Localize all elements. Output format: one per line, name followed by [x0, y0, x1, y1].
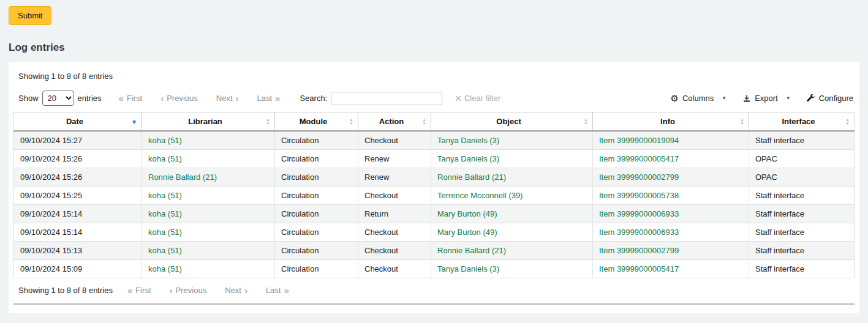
cell-date: 09/10/2024 15:14 [14, 223, 142, 242]
cell-module: Circulation [275, 223, 358, 242]
cell-link[interactable]: Mary Burton (49) [437, 228, 497, 237]
pagination-previous-button[interactable]: ‹ Previous [160, 94, 198, 103]
cell-interface: Staff interface [749, 187, 855, 205]
search-control: Search: [300, 92, 442, 105]
cell-link[interactable]: Item 39999000006933 [599, 209, 679, 218]
cell-date: 09/10/2024 15:27 [14, 131, 142, 150]
cell-date: 09/10/2024 15:25 [14, 187, 142, 205]
cell-interface: OPAC [749, 168, 855, 187]
cell-link[interactable]: koha (51) [148, 228, 182, 237]
cell-link[interactable]: koha (51) [148, 154, 182, 163]
submit-button[interactable]: Submit [9, 6, 51, 25]
column-header-librarian[interactable]: Librarian▲▼ [142, 113, 275, 132]
cell-link[interactable]: Ronnie Ballard (21) [437, 246, 506, 255]
column-header-interface[interactable]: Interface▲▼ [749, 113, 855, 132]
cell-date: 09/10/2024 15:26 [14, 150, 142, 168]
column-header-action[interactable]: Action▲▼ [358, 113, 431, 132]
cell-info: Item 39999000019094 [593, 131, 749, 150]
column-header-info[interactable]: Info▲▼ [593, 113, 749, 132]
table-row: 09/10/2024 15:14koha (51)CirculationRetu… [14, 205, 855, 223]
cell-link[interactable]: Terrence Mcconnell (39) [437, 191, 523, 200]
cell-link[interactable]: Item 39999000006933 [599, 228, 679, 237]
cell-module: Circulation [275, 168, 358, 187]
cell-link[interactable]: Ronnie Ballard (21) [148, 173, 217, 182]
cell-link[interactable]: Ronnie Ballard (21) [437, 173, 506, 182]
download-icon [742, 94, 751, 103]
cell-interface: Staff interface [749, 223, 855, 242]
cell-librarian: koha (51) [142, 187, 275, 205]
cell-object: Tanya Daniels (3) [431, 260, 593, 278]
chevron-right-icon: › [236, 94, 239, 103]
cell-interface: Staff interface [749, 260, 855, 278]
cell-object: Ronnie Ballard (21) [431, 242, 593, 260]
pagination-first-button[interactable]: « First [119, 94, 143, 103]
cell-module: Circulation [275, 242, 358, 260]
cell-link[interactable]: Item 39999000005417 [599, 264, 679, 273]
cell-link[interactable]: Item 39999000002799 [599, 173, 679, 182]
cell-link[interactable]: Tanya Daniels (3) [437, 264, 499, 273]
cell-link[interactable]: Item 39999000005738 [599, 191, 679, 200]
cell-object: Mary Burton (49) [431, 205, 593, 223]
chevron-double-right-icon: » [284, 286, 289, 295]
search-input[interactable] [331, 92, 442, 105]
cell-link[interactable]: koha (51) [148, 191, 182, 200]
cell-link[interactable]: Item 39999000005417 [599, 154, 679, 163]
clear-filter-button[interactable]: ✕ Clear filter [455, 94, 500, 103]
pagination-first-label: First [127, 94, 142, 103]
cell-link[interactable]: Tanya Daniels (3) [437, 136, 499, 145]
cell-info: Item 39999000002799 [593, 242, 749, 260]
cell-link[interactable]: koha (51) [148, 209, 182, 218]
sort-neutral-icon: ▲▼ [740, 118, 744, 125]
table-footer: Showing 1 to 8 of 8 entries « First ‹ Pr… [13, 278, 855, 299]
cell-interface: Staff interface [749, 131, 855, 150]
chevron-left-icon: ‹ [160, 94, 164, 103]
cell-action: Checkout [358, 242, 431, 260]
table-row: 09/10/2024 15:25koha (51)CirculationChec… [14, 187, 855, 205]
cell-link[interactable]: Mary Burton (49) [437, 209, 497, 218]
cell-link[interactable]: Item 39999000019094 [599, 136, 679, 145]
table-row: 09/10/2024 15:13koha (51)CirculationChec… [14, 242, 855, 260]
sort-neutral-icon: ▲▼ [422, 118, 426, 125]
cell-link[interactable]: koha (51) [148, 264, 182, 273]
showing-entries-text: Showing 1 to 8 of 8 entries [18, 72, 855, 81]
column-header-module[interactable]: Module▲▼ [275, 113, 358, 132]
pagination-next-button[interactable]: Next › [225, 286, 247, 295]
cell-interface: OPAC [749, 150, 855, 168]
pagination-first-button[interactable]: « First [127, 286, 151, 295]
chevron-double-right-icon: » [275, 94, 280, 103]
page-length-select[interactable]: 20 [42, 91, 74, 106]
cell-interface: Staff interface [749, 205, 855, 223]
cell-link[interactable]: koha (51) [148, 136, 182, 145]
cell-link[interactable]: koha (51) [148, 246, 182, 255]
cell-info: Item 39999000005417 [593, 150, 749, 168]
sort-neutral-icon: ▲▼ [845, 118, 850, 125]
cell-link[interactable]: Item 39999000002799 [599, 246, 679, 255]
export-button[interactable]: Export ▼ [742, 94, 791, 103]
pagination-last-button[interactable]: Last » [257, 94, 281, 103]
configure-label: Configure [819, 94, 853, 103]
column-header-object[interactable]: Object▲▼ [431, 113, 593, 132]
cell-object: Mary Burton (49) [431, 223, 593, 242]
cell-link[interactable]: Tanya Daniels (3) [437, 154, 499, 163]
cell-action: Checkout [358, 131, 431, 150]
table-row: 09/10/2024 15:09koha (51)CirculationChec… [14, 260, 855, 278]
cell-module: Circulation [275, 150, 358, 168]
pagination-next-button[interactable]: Next › [216, 94, 239, 103]
pagination-next-label: Next [225, 286, 241, 295]
cell-date: 09/10/2024 15:26 [14, 168, 142, 187]
pagination-previous-label: Previous [176, 286, 207, 295]
columns-button[interactable]: ⚙ Columns ▼ [670, 94, 726, 103]
table-row: 09/10/2024 15:26Ronnie Ballard (21)Circu… [14, 168, 855, 187]
clear-filter-icon: ✕ [455, 94, 462, 103]
configure-button[interactable]: Configure [807, 94, 853, 103]
column-header-date[interactable]: Date▼ [14, 113, 142, 132]
cell-librarian: koha (51) [142, 150, 275, 168]
pagination-previous-button[interactable]: ‹ Previous [170, 286, 207, 295]
sort-neutral-icon: ▲▼ [349, 118, 353, 125]
cell-librarian: koha (51) [142, 260, 275, 278]
pagination-last-button[interactable]: Last » [266, 286, 289, 295]
columns-label: Columns [682, 94, 714, 103]
cell-interface: Staff interface [749, 242, 855, 260]
panel-bottom-divider [13, 303, 855, 305]
table-toolbar: Show 20 entries « First ‹ Previous Next … [18, 91, 853, 106]
